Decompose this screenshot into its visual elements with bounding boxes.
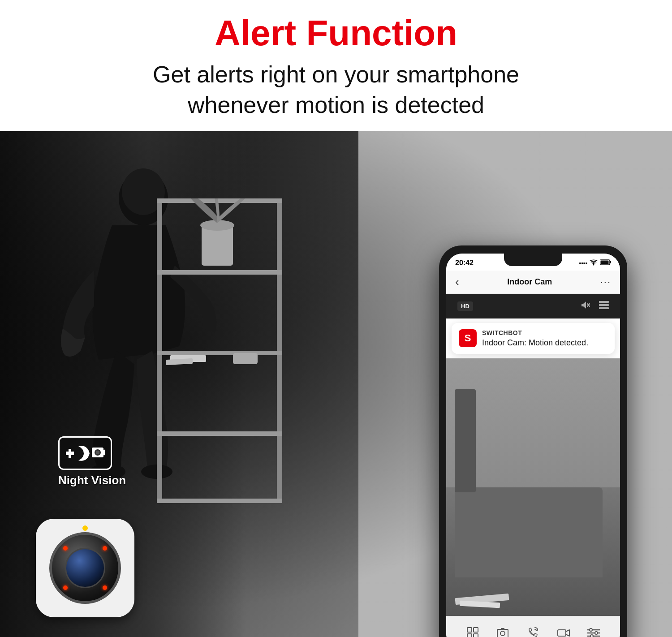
svg-rect-31 bbox=[467, 628, 472, 632]
svg-rect-28 bbox=[599, 301, 609, 303]
fullscreen-icon[interactable] bbox=[464, 624, 482, 637]
phone-screen: 20:42 ▪▪▪▪ bbox=[446, 254, 620, 637]
signal-icon: ▪▪▪▪ bbox=[579, 260, 587, 267]
svg-rect-11 bbox=[202, 225, 233, 266]
settings-icon[interactable] bbox=[585, 624, 603, 637]
status-time: 20:42 bbox=[455, 259, 474, 267]
svg-rect-8 bbox=[157, 351, 282, 355]
svg-point-43 bbox=[590, 628, 592, 631]
phone-nav-bar: ‹ Indoor Cam ··· bbox=[446, 271, 620, 294]
svg-marker-19 bbox=[103, 448, 105, 457]
notification-message: Indoor Cam: Motion detected. bbox=[482, 338, 607, 348]
svg-rect-37 bbox=[501, 628, 504, 630]
image-section: Night Vision 20:42 ▪▪▪▪ bbox=[0, 131, 672, 637]
call-icon[interactable] bbox=[524, 624, 542, 637]
svg-rect-38 bbox=[558, 630, 566, 636]
phone-notch bbox=[504, 254, 562, 266]
camera-led-tl bbox=[63, 546, 68, 551]
camera-lens-outer bbox=[49, 532, 121, 604]
phone-toolbar: HD bbox=[446, 294, 620, 318]
camera-led-br bbox=[103, 585, 107, 590]
svg-rect-29 bbox=[599, 304, 609, 306]
feed-room bbox=[446, 358, 620, 616]
nav-title: Indoor Cam bbox=[507, 277, 552, 287]
svg-rect-17 bbox=[66, 452, 74, 455]
svg-rect-9 bbox=[157, 431, 282, 436]
svg-marker-39 bbox=[566, 630, 569, 636]
smartphone: 20:42 ▪▪▪▪ bbox=[439, 245, 627, 637]
phone-frame: 20:42 ▪▪▪▪ bbox=[439, 245, 627, 637]
svg-point-36 bbox=[500, 631, 505, 636]
hd-badge: HD bbox=[457, 301, 473, 311]
app-name: SWITCHBOT bbox=[482, 329, 607, 336]
svg-point-45 bbox=[590, 635, 593, 637]
svg-point-22 bbox=[593, 264, 594, 265]
header-section: Alert Function Get alerts right on your … bbox=[0, 0, 672, 131]
more-button[interactable]: ··· bbox=[600, 276, 611, 288]
menu-icon[interactable] bbox=[599, 301, 609, 311]
night-vision-label: Night Vision bbox=[58, 473, 126, 487]
camera-device bbox=[36, 519, 148, 631]
camera-led-tr bbox=[103, 546, 107, 551]
wifi-icon bbox=[590, 259, 598, 267]
switchbot-logo: S bbox=[459, 329, 477, 347]
svg-rect-10 bbox=[157, 499, 282, 503]
svg-rect-30 bbox=[599, 307, 609, 309]
back-button[interactable]: ‹ bbox=[455, 275, 459, 289]
svg-rect-33 bbox=[467, 634, 472, 637]
svg-rect-6 bbox=[157, 198, 282, 203]
svg-rect-7 bbox=[157, 270, 282, 275]
svg-point-21 bbox=[96, 451, 99, 454]
screenshot-icon[interactable] bbox=[494, 624, 512, 637]
video-icon[interactable] bbox=[555, 624, 573, 637]
page-title: Alert Function bbox=[9, 13, 663, 53]
svg-rect-14 bbox=[166, 358, 193, 365]
svg-rect-25 bbox=[601, 261, 609, 264]
status-icons: ▪▪▪▪ bbox=[579, 259, 611, 267]
night-vision-badge: Night Vision bbox=[58, 436, 126, 487]
night-vision-icon bbox=[58, 436, 112, 470]
camera-led-bl bbox=[63, 585, 68, 590]
notification-card: S SWITCHBOT Indoor Cam: Motion detected. bbox=[452, 323, 615, 354]
feed-couch bbox=[455, 487, 603, 577]
camera-feed bbox=[446, 358, 620, 616]
svg-rect-15 bbox=[233, 353, 258, 364]
battery-icon bbox=[600, 259, 611, 267]
mute-icon[interactable] bbox=[580, 301, 590, 311]
svg-rect-24 bbox=[610, 261, 611, 263]
notification-content: SWITCHBOT Indoor Cam: Motion detected. bbox=[482, 329, 607, 348]
svg-point-44 bbox=[595, 632, 598, 634]
toolbar-icons bbox=[580, 301, 609, 311]
phone-bottom-bar bbox=[446, 616, 620, 637]
feed-couch-arm bbox=[455, 389, 476, 492]
camera-led-yellow bbox=[82, 525, 88, 531]
camera-body bbox=[36, 519, 134, 617]
shelf-unit bbox=[157, 198, 282, 503]
subtitle: Get alerts right on your smartphone when… bbox=[9, 60, 663, 120]
svg-rect-32 bbox=[474, 628, 478, 632]
camera-lens-inner bbox=[65, 548, 105, 588]
svg-rect-34 bbox=[474, 634, 478, 637]
